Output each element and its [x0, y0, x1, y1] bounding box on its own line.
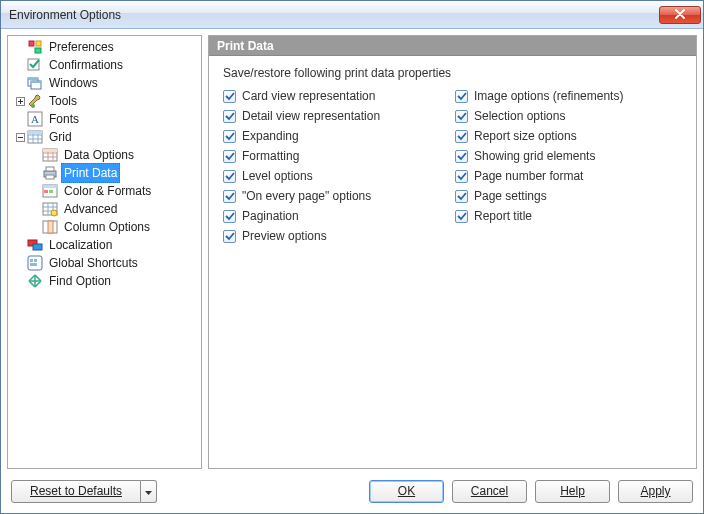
check-label: Detail view representation: [242, 109, 380, 123]
check-page-settings[interactable]: Page settings: [455, 186, 673, 206]
svg-rect-21: [43, 185, 57, 188]
tools-icon: [27, 93, 43, 109]
checkbox-icon: [223, 130, 236, 143]
tree-item-localization[interactable]: Localization: [8, 236, 201, 254]
svg-rect-33: [30, 263, 37, 266]
checkbox-icon: [223, 150, 236, 163]
svg-rect-22: [44, 190, 48, 193]
window-title: Environment Options: [9, 8, 659, 22]
checkbox-icon: [223, 110, 236, 123]
tree-item-grid[interactable]: Grid: [8, 128, 201, 146]
svg-rect-18: [46, 167, 54, 171]
check-image-options[interactable]: Image options (refinements): [455, 86, 673, 106]
check-label: Formatting: [242, 149, 299, 163]
ok-button[interactable]: OK: [369, 480, 444, 503]
shortcuts-icon: [27, 255, 43, 271]
checkbox-icon: [223, 90, 236, 103]
check-on-every-page[interactable]: "On every page" options: [223, 186, 441, 206]
tree-label: Color & Formats: [61, 182, 154, 200]
reset-defaults-split: Reset to Defaults: [11, 480, 157, 503]
tree-item-data-options[interactable]: Data Options: [8, 146, 201, 164]
check-label: Card view representation: [242, 89, 375, 103]
tree-item-tools[interactable]: Tools: [8, 92, 201, 110]
check-selection-options[interactable]: Selection options: [455, 106, 673, 126]
tree-item-windows[interactable]: Windows: [8, 74, 201, 92]
svg-rect-14: [28, 131, 42, 134]
tree-item-column-options[interactable]: Column Options: [8, 218, 201, 236]
tree-item-global-shortcuts[interactable]: Global Shortcuts: [8, 254, 201, 272]
tree-label: Windows: [46, 74, 101, 92]
svg-point-25: [51, 210, 57, 216]
check-level-options[interactable]: Level options: [223, 166, 441, 186]
nav-tree[interactable]: Preferences Confirmations Windows Tools …: [7, 35, 202, 469]
checkbox-icon: [223, 170, 236, 183]
check-formatting[interactable]: Formatting: [223, 146, 441, 166]
tree-item-color-formats[interactable]: Color & Formats: [8, 182, 201, 200]
grid-icon: [27, 129, 43, 145]
expand-icon[interactable]: [14, 95, 26, 107]
fonts-icon: A: [27, 111, 43, 127]
find-icon: [27, 273, 43, 289]
dialog-window: Environment Options Preferences Confirma…: [0, 0, 704, 514]
check-report-size[interactable]: Report size options: [455, 126, 673, 146]
checkbox-icon: [455, 170, 468, 183]
tree-item-find-option[interactable]: Find Option: [8, 272, 201, 290]
tree-item-confirmations[interactable]: Confirmations: [8, 56, 201, 74]
confirmations-icon: [27, 57, 43, 73]
tree-item-fonts[interactable]: A Fonts: [8, 110, 201, 128]
check-label: Report size options: [474, 129, 577, 143]
content-body: Save/restore following print data proper…: [209, 56, 696, 256]
body-area: Preferences Confirmations Windows Tools …: [1, 29, 703, 469]
check-expanding[interactable]: Expanding: [223, 126, 441, 146]
check-label: Pagination: [242, 209, 299, 223]
checkbox-icon: [223, 190, 236, 203]
checkbox-icon: [223, 210, 236, 223]
checkbox-icon: [455, 110, 468, 123]
check-preview-options[interactable]: Preview options: [223, 226, 441, 246]
collapse-icon[interactable]: [14, 131, 26, 143]
check-detail-view[interactable]: Detail view representation: [223, 106, 441, 126]
checkbox-icon: [455, 130, 468, 143]
printer-icon: [42, 165, 58, 181]
checkbox-icon: [455, 190, 468, 203]
check-label: Level options: [242, 169, 313, 183]
content-header: Print Data: [209, 36, 696, 56]
close-button[interactable]: [659, 6, 701, 24]
check-label: Report title: [474, 209, 532, 223]
check-page-number-format[interactable]: Page number format: [455, 166, 673, 186]
close-icon: [675, 8, 685, 22]
tree-item-preferences[interactable]: Preferences: [8, 38, 201, 56]
check-pagination[interactable]: Pagination: [223, 206, 441, 226]
svg-rect-29: [33, 244, 42, 250]
section-label: Save/restore following print data proper…: [223, 66, 682, 80]
tree-label: Print Data: [61, 163, 120, 183]
checkbox-icon: [223, 230, 236, 243]
check-card-view[interactable]: Card view representation: [223, 86, 441, 106]
localization-icon: [27, 237, 43, 253]
column-options-icon: [42, 219, 58, 235]
check-label: Page settings: [474, 189, 547, 203]
button-bar: Reset to Defaults OK Cancel Help Apply: [1, 469, 703, 513]
content-panel: Print Data Save/restore following print …: [208, 35, 697, 469]
cancel-button[interactable]: Cancel: [452, 480, 527, 503]
svg-rect-23: [49, 190, 53, 193]
tree-item-advanced[interactable]: Advanced: [8, 200, 201, 218]
reset-defaults-button[interactable]: Reset to Defaults: [11, 480, 141, 503]
windows-icon: [27, 75, 43, 91]
checkbox-icon: [455, 210, 468, 223]
tree-label: Localization: [46, 236, 115, 254]
checkbox-icon: [455, 150, 468, 163]
tree-label: Fonts: [46, 110, 82, 128]
apply-button[interactable]: Apply: [618, 480, 693, 503]
check-label: Showing grid elements: [474, 149, 595, 163]
svg-text:A: A: [31, 113, 39, 125]
help-button[interactable]: Help: [535, 480, 610, 503]
tree-item-print-data[interactable]: Print Data: [8, 164, 201, 182]
tree-label: Advanced: [61, 200, 120, 218]
check-label: Preview options: [242, 229, 327, 243]
check-showing-grid[interactable]: Showing grid elements: [455, 146, 673, 166]
reset-defaults-dropdown[interactable]: [141, 480, 157, 503]
check-report-title[interactable]: Report title: [455, 206, 673, 226]
color-formats-icon: [42, 183, 58, 199]
svg-rect-27: [48, 221, 53, 233]
